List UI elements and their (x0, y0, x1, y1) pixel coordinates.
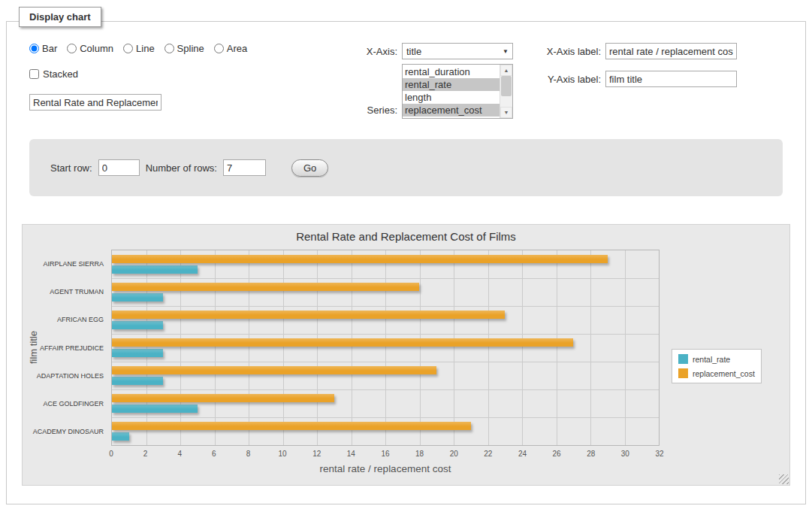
legend-label: rental_rate (693, 355, 730, 364)
gridline (112, 389, 659, 390)
category-label: AFFAIR PREJUDICE (0, 344, 104, 352)
category-label: ACADEMY DINOSAUR (0, 428, 104, 435)
scrollbar-thumb[interactable] (501, 76, 512, 96)
x-tick-label: 22 (484, 450, 492, 458)
go-button[interactable]: Go (291, 159, 328, 177)
x-tick-label: 30 (621, 450, 629, 458)
scroll-down-icon[interactable]: ▼ (500, 107, 512, 118)
plot-area (111, 250, 660, 446)
gridline (317, 250, 318, 445)
gridline (352, 250, 352, 445)
x-tick-label: 2 (143, 450, 148, 458)
bar-rental_rate (112, 349, 163, 357)
chart-type-area[interactable]: Area (214, 43, 247, 54)
gridline (454, 250, 454, 445)
category-label: AIRPLANE SIERRA (0, 260, 104, 268)
x-tick-label: 12 (312, 450, 321, 458)
num-rows-input[interactable] (223, 159, 266, 176)
chart-type-column[interactable]: Column (67, 43, 113, 54)
legend-swatch (678, 354, 688, 364)
gridline (146, 250, 147, 445)
gridline (557, 250, 557, 445)
y-axis-label-input[interactable] (605, 71, 737, 87)
gridline (112, 417, 659, 418)
series-listbox[interactable]: rental_durationrental_ratelengthreplacem… (402, 64, 513, 119)
chart-type-bar[interactable]: Bar (29, 43, 57, 54)
bar-replacement_cost (112, 366, 436, 374)
radio-spline[interactable] (165, 44, 174, 53)
x-axis-select[interactable]: title ▼ (402, 43, 513, 59)
category-axis-labels: AIRPLANE SIERRAAGENT TRUMANAFRICAN EGGAF… (41, 250, 108, 446)
bar-rental_rate (112, 432, 129, 441)
bar-rental_rate (112, 321, 163, 329)
x-tick-label: 16 (381, 450, 389, 458)
display-chart-legend: Display chart (19, 7, 101, 27)
bar-replacement_cost (112, 394, 334, 402)
legend-item-replacement_cost: replacement_cost (678, 368, 755, 378)
gridline (180, 250, 181, 445)
category-label: AFRICAN EGG (0, 316, 104, 323)
bar-replacement_cost (112, 283, 419, 291)
gridline (590, 250, 591, 445)
series-option-replacement_cost[interactable]: replacement_cost (403, 104, 500, 117)
display-chart-fieldset: Display chart BarColumnLineSplineArea St… (6, 21, 806, 504)
gridline (112, 306, 659, 307)
bar-rental_rate (112, 377, 163, 385)
x-tick-label: 0 (109, 450, 113, 458)
chart-legend: rental_ratereplacement_cost (672, 349, 762, 383)
radio-label: Line (136, 43, 155, 54)
chart-type-line[interactable]: Line (123, 43, 155, 54)
x-axis-label-input[interactable] (605, 43, 737, 59)
x-axis-label-label: X-Axis label: (522, 46, 601, 57)
series-options: rental_durationrental_ratelengthreplacem… (403, 65, 500, 118)
gridline (215, 250, 216, 445)
resize-handle-icon[interactable] (779, 474, 789, 484)
stacked-checkbox[interactable] (29, 69, 39, 79)
chart-controls: BarColumnLineSplineArea Stacked X-Axis: … (22, 37, 790, 135)
y-axis-label-label: Y-Axis label: (522, 74, 601, 85)
gridline (249, 250, 249, 445)
radio-column[interactable] (67, 44, 77, 53)
gridline (112, 278, 659, 279)
radio-label: Bar (42, 43, 57, 54)
series-option-rental_duration[interactable]: rental_duration (403, 65, 500, 78)
chart-type-spline[interactable]: Spline (165, 43, 204, 54)
x-tick-label: 20 (450, 450, 458, 458)
x-tick-label: 8 (246, 450, 251, 458)
radio-area[interactable] (214, 44, 224, 53)
gridline (112, 362, 659, 362)
gridline (420, 250, 421, 445)
stacked-label: Stacked (43, 68, 78, 80)
gridline (385, 250, 386, 445)
stacked-checkbox-row[interactable]: Stacked (29, 68, 78, 80)
x-tick-label: 18 (415, 450, 424, 458)
gridline (488, 250, 489, 445)
x-axis-selected-value: title (406, 46, 503, 57)
chart-title: Rental Rate and Replacement Cost of Film… (23, 230, 789, 243)
chart-panel: Rental Rate and Replacement Cost of Film… (22, 224, 790, 486)
series-option-length[interactable]: length (403, 91, 500, 104)
start-row-input[interactable] (98, 159, 140, 176)
x-axis-select-label: X-Axis: (337, 46, 397, 57)
x-tick-label: 26 (553, 450, 561, 458)
bar-replacement_cost (112, 311, 505, 319)
legend-swatch (678, 368, 688, 378)
start-row-label: Start row: (50, 162, 92, 174)
x-tick-label: 4 (177, 450, 182, 458)
listbox-scrollbar[interactable]: ▲ ▼ (500, 65, 512, 118)
series-option-rental_rate[interactable]: rental_rate (403, 78, 500, 91)
chart-type-radios: BarColumnLineSplineArea (29, 43, 247, 54)
scroll-up-icon[interactable]: ▲ (500, 65, 512, 76)
bar-rental_rate (112, 293, 163, 301)
bar-replacement_cost (112, 255, 608, 263)
x-axis-tick-labels: 02468101214161820222426283032 (111, 450, 660, 460)
radio-line[interactable] (123, 44, 133, 53)
category-label: ADAPTATION HOLES (0, 372, 104, 380)
radio-bar[interactable] (29, 44, 39, 53)
chart-title-input[interactable] (29, 94, 161, 111)
legend-item-rental_rate: rental_rate (678, 354, 755, 364)
x-tick-label: 14 (347, 450, 355, 458)
gridline (112, 334, 659, 335)
x-tick-label: 10 (279, 450, 287, 458)
x-tick-label: 6 (212, 450, 216, 458)
